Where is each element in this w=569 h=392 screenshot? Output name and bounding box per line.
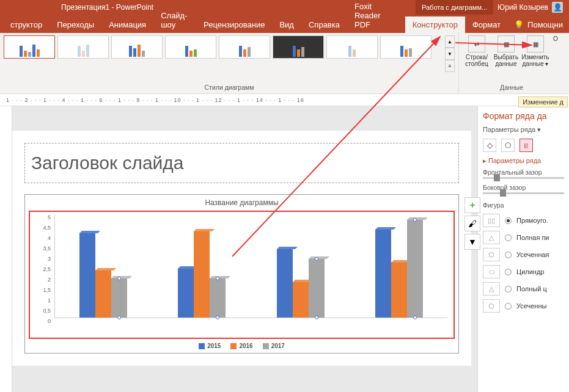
data-group-label: Данные	[463, 84, 560, 91]
chart-styles-button[interactable]: 🖌	[464, 216, 480, 231]
bar-group[interactable]	[178, 231, 226, 318]
bar-2016[interactable]	[95, 270, 111, 318]
bars-area[interactable]	[54, 214, 447, 318]
series-tab[interactable]: ⫼	[519, 139, 533, 152]
bar-2015[interactable]	[79, 233, 95, 318]
chart-style-5[interactable]	[219, 35, 270, 59]
bar-2016[interactable]	[293, 282, 309, 318]
tab-slideshow[interactable]: Слайд-шоу	[153, 7, 196, 33]
bar-2017[interactable]	[210, 278, 226, 318]
shape-label: Фигура	[483, 201, 564, 209]
shape-option-2[interactable]: ⬡Усеченная	[483, 248, 564, 261]
radio[interactable]	[505, 217, 512, 224]
obj-button[interactable]: О	[551, 35, 560, 67]
slide-title: Заголовок слайда	[31, 153, 452, 173]
bar-2015[interactable]	[277, 249, 293, 318]
legend-2017: 2017	[271, 343, 285, 349]
legend-2016: 2016	[239, 343, 252, 349]
help-assistant[interactable]: 💡 Помощни	[508, 16, 569, 33]
user-account[interactable]: Юрий Козырев 👤	[497, 0, 563, 15]
tab-transitions[interactable]: Переходы	[50, 16, 101, 33]
chart-styles-group: ▲ ▼ ≡ Стили диаграмм	[0, 33, 459, 93]
tab-review[interactable]: Рецензирование	[196, 16, 272, 33]
slide[interactable]: Заголовок слайда Название диаграммы 00,5…	[12, 131, 471, 366]
workspace: Заголовок слайда Название диаграммы 00,5…	[0, 106, 569, 392]
radio[interactable]	[505, 269, 512, 275]
chart-style-8[interactable]	[380, 35, 431, 59]
shape-option-3[interactable]: ⬭Цилиндр	[483, 265, 564, 278]
tab-format[interactable]: Формат	[465, 16, 508, 33]
tab-help[interactable]: Справка	[301, 16, 347, 33]
shape-options: ▯▯Прямоуго.△Полная пи⬡Усеченная⬭Цилиндр△…	[483, 214, 564, 313]
tab-view[interactable]: Вид	[272, 16, 301, 33]
bar-group[interactable]	[277, 249, 325, 318]
gallery-up[interactable]: ▲	[445, 35, 455, 48]
chart-style-4[interactable]	[165, 35, 216, 59]
chart-tools-context[interactable]: Работа с диаграмм...	[416, 0, 493, 15]
shape-option-1[interactable]: △Полная пи	[483, 231, 564, 244]
shape-icon: ⬭	[483, 265, 500, 278]
bar-2017[interactable]	[407, 220, 423, 318]
gallery-down[interactable]: ▼	[445, 48, 455, 60]
horizontal-ruler[interactable]: 1 · · · 2 · · · 1 · · · 4 · · · 1 · · · …	[0, 94, 569, 106]
radio[interactable]	[505, 286, 512, 292]
bar-2015[interactable]	[178, 269, 194, 318]
tab-konstruktor-prev[interactable]: структор	[3, 16, 50, 33]
front-gap-slider[interactable]	[483, 177, 564, 179]
bar-group[interactable]	[79, 233, 127, 318]
radio[interactable]	[505, 252, 512, 258]
chart-style-6[interactable]	[273, 35, 324, 59]
shape-icon: ⬡	[483, 299, 500, 313]
shape-option-4[interactable]: △Полный ц	[483, 282, 564, 296]
vertical-ruler[interactable]	[0, 106, 12, 392]
shape-icon: ⬡	[483, 248, 500, 261]
chart-float-buttons: ＋ 🖌 ▼	[464, 197, 480, 250]
edit-data-icon: ▦	[527, 35, 544, 53]
chart-style-3[interactable]	[111, 35, 163, 59]
gallery-scroll: ▲ ▼ ≡	[445, 35, 455, 72]
tab-animation[interactable]: Анимация	[101, 16, 153, 33]
switch-row-col-button[interactable]: ⇄ Строка/ столбец	[463, 35, 491, 67]
chart-filter-button[interactable]: ▼	[464, 234, 480, 250]
slide-area: Заголовок слайда Название диаграммы 00,5…	[0, 106, 477, 392]
bar-2017[interactable]	[111, 278, 127, 318]
format-pane: Формат ряда да Параметры ряда ▾ ◇ ⬠ ⫼ ▸ …	[477, 106, 569, 392]
edit-data-button[interactable]: ▦ Изменить данные ▾	[521, 35, 549, 67]
format-pane-subtitle[interactable]: Параметры ряда ▾	[483, 126, 564, 134]
tab-foxit[interactable]: Foxit Reader PDF	[347, 0, 405, 33]
slide-title-placeholder[interactable]: Заголовок слайда	[24, 143, 459, 183]
format-pane-title: Формат ряда да	[483, 111, 564, 121]
chart-elements-button[interactable]: ＋	[464, 197, 480, 213]
chart-styles-gallery	[4, 35, 444, 72]
radio[interactable]	[505, 303, 512, 310]
shape-icon: ▯▯	[483, 214, 500, 227]
bar-2017[interactable]	[309, 259, 325, 318]
chart-legend[interactable]: 2015 2016 2017	[29, 343, 455, 349]
chart-object[interactable]: Название диаграммы 00,5 11,5 22,5 33,5 4…	[24, 194, 459, 354]
shape-icon: △	[483, 282, 500, 296]
chart-style-2[interactable]	[57, 35, 109, 59]
fill-tab[interactable]: ◇	[483, 139, 496, 152]
chart-style-7[interactable]	[326, 35, 378, 59]
ribbon: ▲ ▼ ≡ Стили диаграмм ⇄ Строка/ столбец ▦…	[0, 33, 569, 94]
shape-option-0[interactable]: ▯▯Прямоуго.	[483, 214, 564, 227]
side-gap-slider[interactable]	[483, 192, 564, 194]
legend-2015: 2015	[207, 343, 221, 349]
select-data-button[interactable]: ▦ Выбрать данные	[492, 35, 520, 67]
chart-plot-area[interactable]: 00,5 11,5 22,5 33,5 44,5 5	[29, 211, 455, 339]
tab-design[interactable]: Конструктор	[405, 16, 465, 33]
bar-2015[interactable]	[375, 230, 391, 318]
titlebar: Презентация1 - PowerPoint Работа с диагр…	[0, 0, 569, 15]
bar-group[interactable]	[375, 220, 423, 318]
gallery-more[interactable]: ≡	[445, 60, 455, 72]
series-options-section[interactable]: ▸ Параметры ряда	[483, 157, 564, 165]
styles-group-label: Стили диаграмм	[4, 84, 455, 91]
shape-option-5[interactable]: ⬡Усеченны	[483, 299, 564, 313]
effects-tab[interactable]: ⬠	[501, 139, 515, 152]
side-gap-label: Боковой зазор	[483, 184, 564, 191]
chart-title[interactable]: Название диаграммы	[29, 198, 455, 207]
bar-2016[interactable]	[391, 263, 407, 318]
chart-style-1[interactable]	[4, 35, 55, 59]
radio[interactable]	[505, 234, 512, 241]
bar-2016[interactable]	[194, 231, 210, 318]
